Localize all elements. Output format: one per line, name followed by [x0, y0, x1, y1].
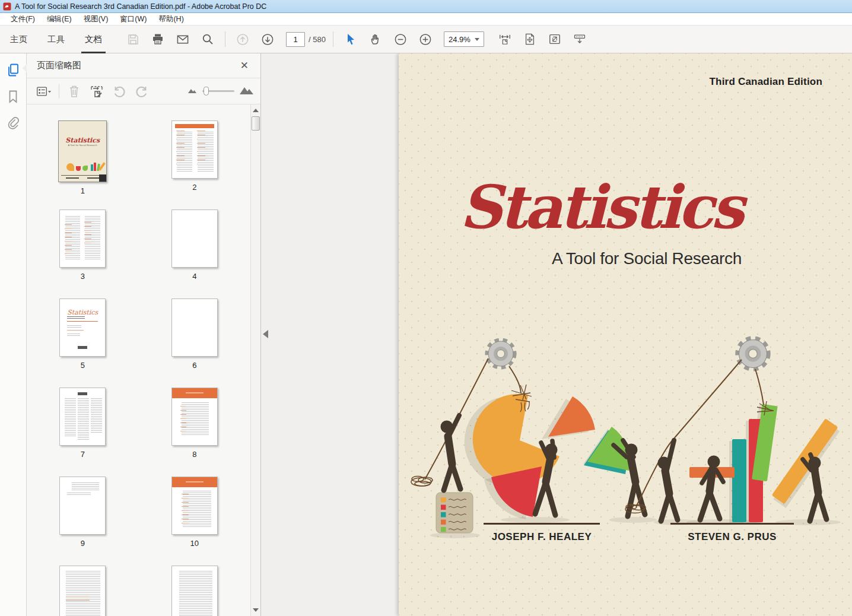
thumbnail-page-number: 7: [59, 450, 106, 459]
cover-mini-subtitle: A Tool for Social Research: [59, 144, 106, 147]
author-name-right: STEVEN G. PRUS: [670, 523, 794, 543]
thumbnail-list: Statistics A Tool for Social Research: [27, 104, 250, 616]
thumbnail-image: [59, 477, 106, 535]
menubar: 文件(F) 编辑(E) 视图(V) 窗口(W) 帮助(H): [0, 13, 852, 25]
thumbnail-image: Statistics: [59, 299, 106, 357]
save-icon[interactable]: [126, 33, 139, 46]
menu-help[interactable]: 帮助(H): [152, 13, 189, 26]
previous-page-icon[interactable]: [236, 33, 249, 46]
pie-slice-orangered: [548, 396, 595, 437]
panel-toolbar-separator: [59, 84, 59, 99]
scrollbar-thumb[interactable]: [252, 116, 260, 131]
thumbnail-page-9[interactable]: 9: [59, 477, 106, 566]
thumbnail-page-number: 3: [59, 272, 106, 281]
extract-pages-icon[interactable]: [89, 84, 104, 99]
menu-window[interactable]: 窗口(W): [114, 13, 152, 26]
page-thumbnails-panel: 页面缩略图 ✕: [27, 53, 261, 616]
acrobat-pdf-icon: [3, 2, 11, 11]
thumbnail-options-icon[interactable]: [36, 84, 52, 99]
attachments-icon[interactable]: [7, 116, 20, 133]
thumbnail-page-number: 6: [171, 361, 218, 370]
thumbnail-page-number: 4: [171, 272, 218, 281]
thumbnail-image: [171, 477, 218, 535]
search-icon[interactable]: [201, 33, 214, 46]
cover-mini-art: [63, 159, 102, 173]
cover-mini-title: Statistics: [59, 136, 106, 144]
thumbnail-size-small-icon[interactable]: [187, 86, 198, 97]
thumbnail-page-12[interactable]: 12: [171, 566, 218, 616]
bookmarks-icon[interactable]: [7, 90, 20, 106]
rotate-cw-icon[interactable]: [134, 84, 150, 99]
panel-toolbar: [27, 78, 260, 104]
zoom-out-icon[interactable]: [394, 33, 407, 46]
thumbnail-page-number: 10: [171, 539, 218, 548]
thumbnail-page-10[interactable]: 10: [171, 477, 218, 566]
thumbnail-image: Statistics A Tool for Social Research: [58, 120, 107, 182]
select-tool-icon[interactable]: [344, 33, 357, 46]
scroll-down-icon[interactable]: [252, 607, 259, 614]
thumbnail-page-number: 1: [58, 186, 107, 195]
scroll-up-icon[interactable]: [252, 107, 259, 114]
main-toolbar: 主页 工具 文档: [0, 25, 852, 53]
toolbar-toggle-icon[interactable]: [573, 33, 586, 46]
slider-knob[interactable]: [204, 87, 209, 96]
bar-teal: [732, 439, 746, 522]
thumbnail-size-large-icon[interactable]: [239, 85, 255, 98]
rail-notch: [23, 64, 27, 72]
tab-tools[interactable]: 工具: [45, 26, 67, 53]
thumbnail-page-8[interactable]: 8: [171, 388, 218, 477]
author-name-left: JOSEPH F. HEALEY: [484, 523, 600, 543]
print-icon[interactable]: [151, 33, 164, 46]
thumbnail-page-2[interactable]: 2: [171, 120, 218, 209]
thumbnail-size-slider[interactable]: [202, 90, 234, 92]
rotate-ccw-icon[interactable]: [112, 84, 127, 99]
chevron-down-icon: [475, 38, 479, 41]
menu-view[interactable]: 视图(V): [78, 13, 115, 26]
thumbnail-page-5[interactable]: Statistics 5: [59, 299, 106, 388]
thumbnail-page-number: 8: [171, 450, 218, 459]
thumbnail-page-3[interactable]: 3: [59, 209, 106, 299]
page-number-input[interactable]: [286, 32, 305, 47]
titlebar: A Tool for Social Research 3rd Canadian …: [0, 0, 852, 13]
thumbnail-page-4[interactable]: 4: [171, 209, 218, 299]
thumbnail-scrollbar[interactable]: [250, 104, 260, 616]
collapse-panel-icon[interactable]: [263, 330, 268, 338]
menu-edit[interactable]: 编辑(E): [41, 13, 78, 26]
thumbnail-image: [59, 566, 106, 616]
navigation-rail: [0, 53, 27, 616]
thumbnail-page-7[interactable]: 7: [59, 388, 106, 477]
toolbar-separator: [333, 31, 333, 47]
delete-pages-icon[interactable]: [66, 84, 82, 99]
email-icon[interactable]: [176, 33, 189, 46]
thumbnail-image: [171, 209, 218, 268]
thumbnail-page-11[interactable]: 11: [59, 566, 106, 616]
gear-icon: [488, 341, 513, 366]
hand-tool-icon[interactable]: [369, 33, 382, 46]
thumbnail-image: [171, 299, 218, 357]
thumbnail-image: [171, 120, 218, 179]
page-total-label: / 580: [309, 35, 326, 44]
tab-home[interactable]: 主页: [8, 26, 30, 53]
fullscreen-icon[interactable]: [548, 33, 561, 46]
menu-file[interactable]: 文件(F): [5, 13, 41, 26]
close-icon[interactable]: ✕: [237, 58, 252, 73]
zoom-level-select[interactable]: 24.9%: [444, 31, 484, 47]
pdf-page: Third Canadian Edition Statistics A Tool…: [399, 53, 852, 616]
fit-width-icon[interactable]: [498, 33, 511, 46]
legend-card: [436, 493, 473, 533]
zoom-level-value: 24.9%: [449, 35, 475, 44]
next-page-icon[interactable]: [261, 33, 274, 46]
tab-document[interactable]: 文档: [82, 26, 104, 53]
gear-icon: [739, 339, 767, 367]
thumbnail-page-number: 5: [59, 361, 106, 370]
thumbnail-page-6[interactable]: 6: [171, 299, 218, 388]
thumbnail-page-number: 2: [171, 183, 218, 192]
page-thumbnails-icon[interactable]: [7, 63, 20, 80]
acrobat-window: A Tool for Social Research 3rd Canadian …: [0, 0, 852, 616]
thumbnail-image: [59, 388, 106, 446]
toolbar-separator: [225, 31, 225, 47]
fit-page-icon[interactable]: [523, 33, 536, 46]
thumbnail-image: [171, 566, 218, 616]
zoom-in-icon[interactable]: [419, 33, 432, 46]
thumbnail-page-1[interactable]: Statistics A Tool for Social Research: [58, 120, 107, 209]
